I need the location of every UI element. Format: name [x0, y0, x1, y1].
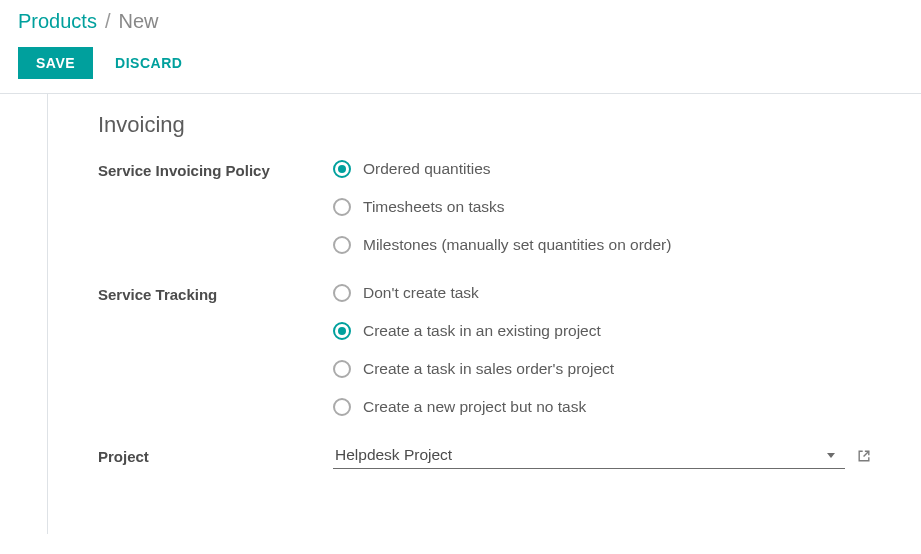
external-link-icon[interactable]	[857, 449, 871, 463]
radio-label: Ordered quantities	[363, 160, 491, 178]
left-gutter	[0, 94, 48, 534]
caret-down-icon[interactable]	[827, 453, 835, 458]
project-select-input[interactable]	[333, 442, 845, 469]
radio-group-invoicing-policy: Ordered quantities Timesheets on tasks M…	[333, 156, 871, 272]
radio-ordered-quantities[interactable]: Ordered quantities	[333, 160, 871, 178]
label-service-tracking: Service Tracking	[98, 280, 333, 434]
breadcrumb-current: New	[119, 10, 159, 33]
radio-label: Timesheets on tasks	[363, 198, 505, 216]
label-service-invoicing-policy: Service Invoicing Policy	[98, 156, 333, 272]
breadcrumb-separator: /	[105, 10, 111, 33]
radio-milestones[interactable]: Milestones (manually set quantities on o…	[333, 236, 871, 254]
radio-icon	[333, 198, 351, 216]
breadcrumb: Products / New	[18, 10, 903, 33]
radio-dont-create-task[interactable]: Don't create task	[333, 284, 871, 302]
radio-label: Create a new project but no task	[363, 398, 586, 416]
radio-icon	[333, 284, 351, 302]
radio-icon	[333, 360, 351, 378]
radio-label: Create a task in sales order's project	[363, 360, 614, 378]
radio-icon	[333, 398, 351, 416]
radio-icon	[333, 322, 351, 340]
label-project: Project	[98, 442, 333, 469]
radio-label: Create a task in an existing project	[363, 322, 601, 340]
radio-create-task-sales-order-project[interactable]: Create a task in sales order's project	[333, 360, 871, 378]
section-title-invoicing: Invoicing	[98, 112, 871, 138]
radio-timesheets-on-tasks[interactable]: Timesheets on tasks	[333, 198, 871, 216]
radio-group-service-tracking: Don't create task Create a task in an ex…	[333, 280, 871, 434]
save-button[interactable]: SAVE	[18, 47, 93, 79]
discard-button[interactable]: DISCARD	[105, 47, 192, 79]
breadcrumb-parent-link[interactable]: Products	[18, 10, 97, 33]
radio-icon	[333, 236, 351, 254]
radio-label: Don't create task	[363, 284, 479, 302]
radio-create-new-project-no-task[interactable]: Create a new project but no task	[333, 398, 871, 416]
radio-create-task-existing-project[interactable]: Create a task in an existing project	[333, 322, 871, 340]
radio-label: Milestones (manually set quantities on o…	[363, 236, 671, 254]
radio-icon	[333, 160, 351, 178]
